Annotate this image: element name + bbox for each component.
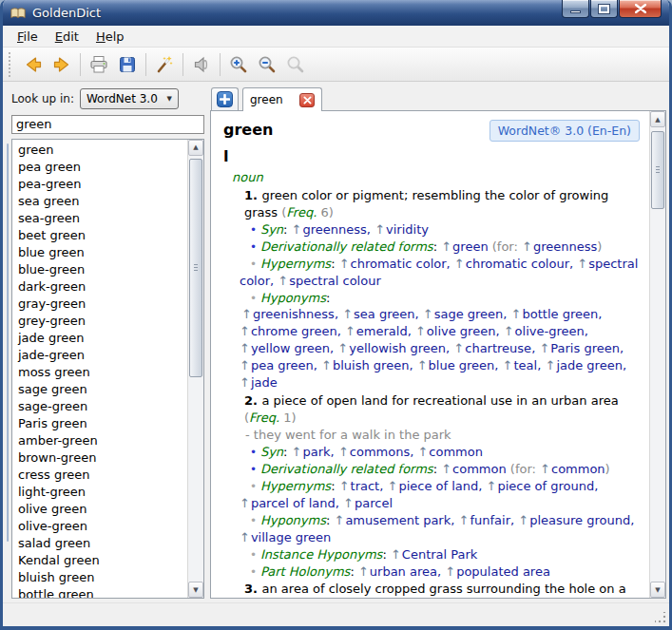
word-list-item[interactable]: blue green (12, 244, 187, 261)
wordnet-link[interactable]: viridity (386, 222, 429, 237)
word-list-item[interactable]: amber-green (12, 432, 187, 449)
word-list-item[interactable]: dark-green (12, 278, 187, 296)
wordnet-link[interactable]: yellowish green (349, 341, 446, 355)
scroll-down-icon[interactable]: ▼ (650, 582, 665, 598)
word-list-item[interactable]: brown-green (12, 449, 187, 467)
word-list-item[interactable]: sea green (12, 193, 187, 210)
minimize-button[interactable] (562, 0, 589, 18)
zoom-out-button[interactable] (253, 51, 281, 78)
resize-grip[interactable] (655, 612, 666, 623)
wordnet-link[interactable]: common (551, 462, 605, 476)
wordnet-link[interactable]: urban area (370, 564, 437, 579)
scrollbar-thumb[interactable] (651, 131, 664, 209)
wordnet-link[interactable]: populated area (456, 564, 550, 579)
wordnet-link[interactable]: park (303, 445, 331, 459)
forward-button[interactable] (48, 51, 76, 78)
wordnet-link[interactable]: emerald (356, 324, 408, 338)
word-list-item[interactable]: bottle green (12, 586, 187, 598)
scroll-up-icon[interactable]: ▲ (188, 140, 203, 156)
word-list-item[interactable]: sage green (12, 381, 187, 398)
word-list-item[interactable]: blue-green (12, 261, 187, 278)
wordnet-link[interactable]: commons (350, 445, 410, 459)
wordnet-link[interactable]: bottle green (522, 307, 598, 321)
wordnet-link[interactable]: common (452, 462, 507, 476)
word-list-item[interactable]: bluish green (12, 569, 187, 586)
word-list-item[interactable]: pea green (12, 159, 187, 176)
wordnet-link[interactable]: chrome green (251, 324, 337, 338)
wordnet-link[interactable]: jade green (556, 358, 623, 372)
wordnet-link[interactable]: piece of land (398, 479, 478, 493)
wordnet-link[interactable]: spectral colour (289, 274, 381, 288)
wordnet-link[interactable]: amusement park (345, 513, 451, 527)
wordnet-link[interactable]: funfair (470, 513, 510, 527)
maximize-button[interactable] (590, 0, 618, 18)
dock-drag-handle[interactable] (5, 86, 11, 599)
menu-file[interactable]: File (9, 27, 47, 47)
zoom-reset-button[interactable] (281, 51, 310, 78)
word-list-item[interactable]: pea-green (12, 176, 187, 193)
wordnet-link[interactable]: chromatic colour (466, 257, 569, 271)
word-list-item[interactable]: grey-green (12, 313, 187, 330)
wordnet-link[interactable]: parcel of land (251, 496, 336, 510)
wordnet-link[interactable]: parcel (355, 496, 393, 510)
word-list-item[interactable]: salad green (12, 535, 187, 552)
word-list-item[interactable]: green (12, 142, 187, 159)
scan-popup-button[interactable] (150, 51, 179, 78)
wordnet-link[interactable]: chartreuse (465, 341, 531, 355)
word-list-item[interactable]: beet green (12, 227, 187, 244)
wordnet-link[interactable]: teal (514, 358, 538, 372)
wordnet-link[interactable]: chromatic color (351, 257, 447, 271)
word-list-item[interactable]: light-green (12, 484, 187, 501)
word-list-item[interactable]: olive green (12, 501, 187, 518)
article-scrollbar[interactable]: ▲ ▼ (649, 111, 665, 598)
dictionary-badge[interactable]: WordNet® 3.0 (En-En) (490, 120, 640, 142)
menu-edit[interactable]: Edit (47, 27, 87, 47)
wordnet-link[interactable]: bluish green (333, 358, 409, 372)
wordnet-link[interactable]: tract (351, 479, 380, 493)
dictionary-group-select[interactable]: WordNet 3.0 ▼ (80, 88, 179, 109)
wordnet-link[interactable]: green (452, 239, 489, 254)
wordnet-link[interactable]: yellow green (251, 341, 330, 355)
scroll-up-icon[interactable]: ▲ (650, 111, 665, 127)
wordnet-link[interactable]: sage green (434, 307, 504, 321)
wordnet-link[interactable]: piece of ground (497, 479, 594, 493)
word-list-item[interactable]: olive-green (12, 518, 187, 535)
close-button[interactable] (619, 0, 662, 18)
word-list-item[interactable]: jade-green (12, 347, 187, 364)
search-input[interactable] (11, 115, 204, 134)
wordnet-link[interactable]: greenishness (253, 307, 335, 321)
pronounce-button[interactable] (187, 51, 216, 78)
wordnet-link[interactable]: pleasure ground (529, 513, 630, 527)
toolbar-drag-handle[interactable] (9, 52, 15, 77)
word-list-item[interactable]: sage-green (12, 398, 187, 415)
wordnet-link[interactable]: blue green (429, 358, 495, 372)
wordnet-link[interactable]: pea green (251, 358, 314, 372)
word-list-item[interactable]: sea-green (12, 210, 187, 227)
word-list-item[interactable]: jade green (12, 330, 187, 347)
tab-green[interactable]: green (242, 87, 322, 111)
back-button[interactable] (19, 51, 48, 78)
wordnet-link[interactable]: greenness (533, 239, 597, 254)
word-list-item[interactable]: moss green (12, 364, 187, 381)
print-button[interactable] (85, 51, 113, 78)
word-list-item[interactable]: gray-green (12, 296, 187, 313)
wordnet-link[interactable]: Paris green (550, 341, 620, 355)
wordnet-link[interactable]: greenness (303, 222, 367, 237)
wordnet-link[interactable]: olive-green (515, 324, 585, 338)
scroll-down-icon[interactable]: ▼ (188, 582, 203, 598)
wordnet-link[interactable]: sea green (354, 307, 414, 321)
zoom-in-button[interactable] (224, 51, 253, 78)
wordnet-link[interactable]: Central Park (402, 547, 478, 562)
scrollbar-thumb[interactable] (189, 159, 202, 377)
wordnet-link[interactable]: olive green (427, 324, 496, 338)
word-list-item[interactable]: Kendal green (12, 552, 187, 569)
wordnet-link[interactable]: common (429, 445, 483, 459)
wordnet-link[interactable]: village green (251, 530, 331, 544)
menu-help[interactable]: Help (87, 27, 133, 47)
word-list-scrollbar[interactable]: ▲ ▼ (187, 140, 203, 598)
wordnet-link[interactable]: jade (251, 375, 278, 390)
save-article-button[interactable] (113, 51, 142, 78)
word-list-item[interactable]: Paris green (12, 415, 187, 432)
add-tab-button[interactable] (217, 91, 233, 107)
word-list-item[interactable]: cress green (12, 467, 187, 484)
